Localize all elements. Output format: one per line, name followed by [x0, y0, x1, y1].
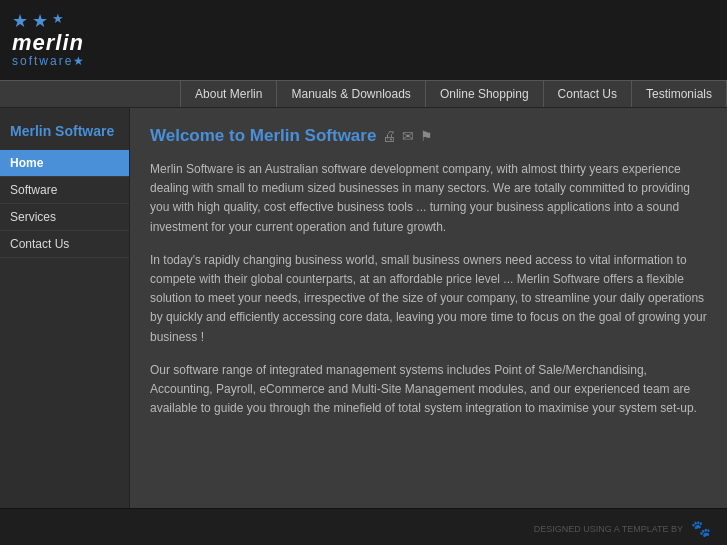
- sidebar-title: Merlin Software: [0, 108, 129, 150]
- email-icon[interactable]: ✉: [402, 128, 414, 144]
- print-icon[interactable]: 🖨: [382, 128, 396, 144]
- footer: DESIGNED USING A TEMPLATE BY 🐾: [0, 508, 727, 545]
- page-title: Welcome to Merlin Software: [150, 126, 376, 146]
- sidebar-item-services[interactable]: Services: [0, 204, 129, 231]
- nav-shopping[interactable]: Online Shopping: [426, 81, 544, 107]
- star-icon-3: ★: [52, 12, 64, 30]
- nav-manuals[interactable]: Manuals & Downloads: [277, 81, 425, 107]
- header: ★ ★ ★ merlin software★: [0, 0, 727, 80]
- page-title-area: Welcome to Merlin Software 🖨 ✉ ⚑: [150, 126, 707, 146]
- nav-testimonials[interactable]: Testimonials: [632, 81, 727, 107]
- paragraph-3: Our software range of integrated managem…: [150, 361, 707, 419]
- nav-contact[interactable]: Contact Us: [544, 81, 632, 107]
- sidebar: Merlin Software Home Software Services C…: [0, 108, 130, 508]
- navbar: About Merlin Manuals & Downloads Online …: [0, 80, 727, 108]
- paragraph-1: Merlin Software is an Australian softwar…: [150, 160, 707, 237]
- logo-area: ★ ★ ★ merlin software★: [12, 12, 86, 68]
- sidebar-item-home[interactable]: Home: [0, 150, 129, 177]
- star-icon-1: ★: [12, 12, 28, 30]
- main-wrapper: Merlin Software Home Software Services C…: [0, 108, 727, 508]
- logo-software: software★: [12, 54, 86, 68]
- logo-stars: ★ ★ ★: [12, 12, 64, 30]
- logo-merlin: merlin: [12, 32, 84, 54]
- content-area: Welcome to Merlin Software 🖨 ✉ ⚑ Merlin …: [130, 108, 727, 508]
- paragraph-2: In today's rapidly changing business wor…: [150, 251, 707, 347]
- sidebar-item-software[interactable]: Software: [0, 177, 129, 204]
- share-icon[interactable]: ⚑: [420, 128, 433, 144]
- footer-paw-icon: 🐾: [691, 519, 711, 538]
- nav-about[interactable]: About Merlin: [180, 81, 277, 107]
- sidebar-item-contact[interactable]: Contact Us: [0, 231, 129, 258]
- star-icon-2: ★: [32, 12, 48, 30]
- footer-designer-text: DESIGNED USING A TEMPLATE BY: [534, 524, 683, 534]
